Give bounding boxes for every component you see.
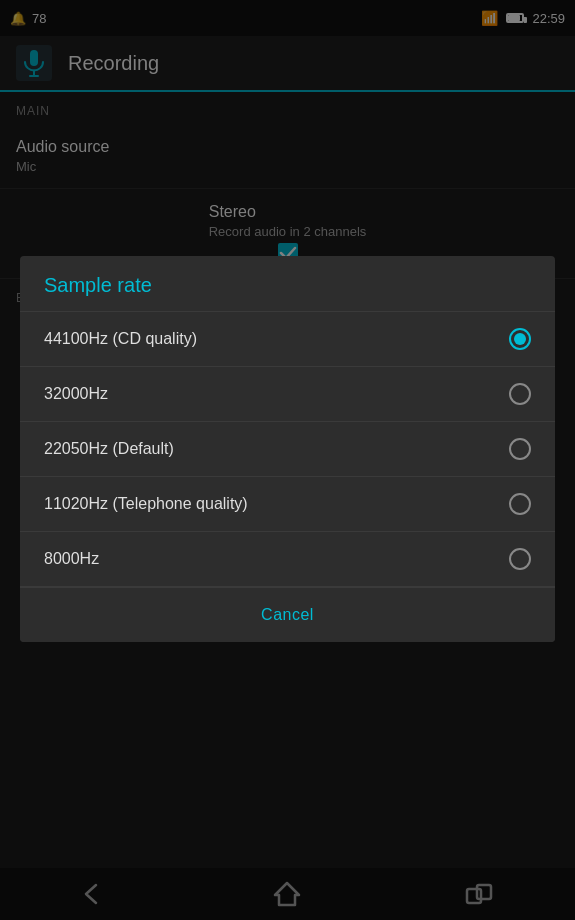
option-22050hz-label: 22050Hz (Default)	[44, 440, 174, 458]
option-11020hz[interactable]: 11020Hz (Telephone quality)	[20, 477, 555, 532]
radio-22050hz	[509, 438, 531, 460]
radio-32000hz	[509, 383, 531, 405]
option-8000hz-label: 8000Hz	[44, 550, 99, 568]
option-44100hz-label: 44100Hz (CD quality)	[44, 330, 197, 348]
sample-rate-dialog: Sample rate 44100Hz (CD quality) 32000Hz…	[20, 256, 555, 642]
radio-8000hz	[509, 548, 531, 570]
cancel-row: Cancel	[20, 587, 555, 642]
option-22050hz[interactable]: 22050Hz (Default)	[20, 422, 555, 477]
cancel-button[interactable]: Cancel	[245, 602, 330, 628]
option-32000hz[interactable]: 32000Hz	[20, 367, 555, 422]
option-32000hz-label: 32000Hz	[44, 385, 108, 403]
radio-11020hz	[509, 493, 531, 515]
dialog-title: Sample rate	[20, 256, 555, 312]
radio-44100hz	[509, 328, 531, 350]
option-8000hz[interactable]: 8000Hz	[20, 532, 555, 587]
option-44100hz[interactable]: 44100Hz (CD quality)	[20, 312, 555, 367]
option-11020hz-label: 11020Hz (Telephone quality)	[44, 495, 248, 513]
